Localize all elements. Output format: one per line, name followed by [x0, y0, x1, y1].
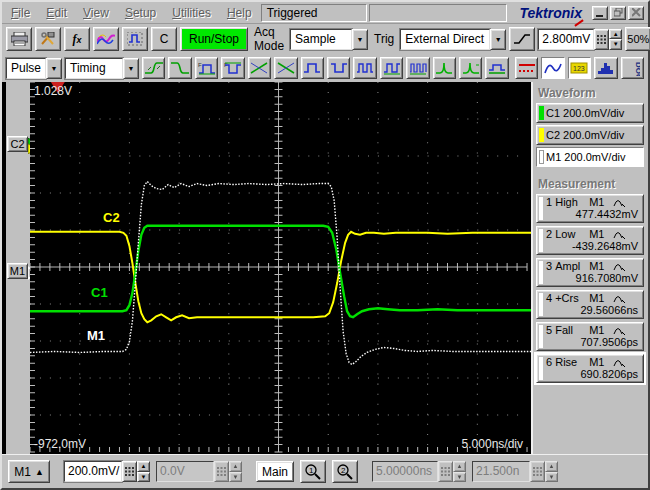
- measurement-button-pcrs[interactable]: 4 +CrsM1 29.56066ns: [536, 290, 644, 319]
- chevron-down-icon[interactable]: ▼: [123, 58, 139, 79]
- mask-test-icon[interactable]: DOC: [621, 57, 644, 79]
- chevron-down-icon[interactable]: ▼: [352, 29, 368, 50]
- print-icon[interactable]: [6, 27, 32, 51]
- measurement-button-fall[interactable]: 5 FallM1 707.9506ps: [536, 322, 644, 351]
- zoom-50-button[interactable]: 50%: [625, 27, 650, 51]
- bottom-volts-readout: -972.0mV: [34, 437, 86, 451]
- c1-color-stripe: [539, 106, 544, 120]
- measurement-button-low[interactable]: 2 LowM1 -439.2648mV: [536, 226, 644, 255]
- message-box: [369, 4, 507, 22]
- chevron-down-icon[interactable]: ▼: [490, 29, 506, 50]
- pulse-glyph-icon: [613, 229, 627, 240]
- falling-cross-icon[interactable]: [274, 57, 297, 79]
- histogram-icon[interactable]: [594, 57, 617, 79]
- menu-file[interactable]: File: [4, 4, 37, 22]
- channel-marker-c2[interactable]: C2: [7, 136, 28, 152]
- trig-source-select[interactable]: External Direct ▼: [400, 29, 506, 50]
- period-icon[interactable]: [380, 57, 403, 79]
- measurement-button-ampl[interactable]: 3 AmplM1 916.7080mV: [536, 258, 644, 287]
- rise-time-icon[interactable]: [142, 57, 165, 79]
- run-stop-button[interactable]: Run/Stop: [180, 27, 248, 51]
- trace-label-c2: C2: [103, 210, 120, 225]
- spin-down-icon: ▼: [229, 472, 242, 483]
- spin-down-icon[interactable]: ▼: [609, 39, 622, 50]
- meas-category-select[interactable]: Pulse ▼: [6, 58, 62, 79]
- spin-down-icon: ▼: [545, 472, 558, 483]
- clear-icon[interactable]: C: [151, 27, 177, 51]
- waveform-button-c1[interactable]: C1 200.0mV/div: [536, 103, 644, 123]
- cursors-icon[interactable]: [515, 57, 538, 79]
- readout-icon[interactable]: 123: [568, 57, 591, 79]
- spin-down-icon[interactable]: ▼: [137, 472, 150, 483]
- zoom1-magnifier-icon[interactable]: 1: [300, 460, 326, 483]
- waveform-button-m1[interactable]: M1 200.0mV/div: [536, 147, 644, 167]
- meas-stripe: [539, 197, 543, 220]
- rising-cross-icon[interactable]: [248, 57, 271, 79]
- minimize-button[interactable]: [592, 6, 608, 20]
- channel-select-button[interactable]: M1▲: [8, 460, 50, 483]
- menu-utilities[interactable]: Utilities: [165, 4, 218, 22]
- measurement-button-rise[interactable]: 6 RiseM1 690.8206ps: [536, 354, 644, 383]
- duty-cycle-icon[interactable]: [485, 57, 508, 79]
- formula-icon[interactable]: fx: [64, 27, 90, 51]
- waveform-display-icon[interactable]: [541, 57, 564, 79]
- app-window: File Edit View Setup Utilities Help Trig…: [0, 0, 650, 490]
- neg-pulse-icon[interactable]: [327, 57, 350, 79]
- meas-stripe: [539, 293, 543, 316]
- keypad-icon: [530, 461, 545, 482]
- vectors-icon[interactable]: [93, 27, 119, 51]
- trig-level-input[interactable]: 2.800mV: [538, 29, 594, 50]
- pulse-glyph-icon: [613, 357, 627, 368]
- waveform-button-c2[interactable]: C2 200.0mV/div: [536, 125, 644, 145]
- keypad-icon: [214, 461, 229, 482]
- side-panel: Waveform C1 200.0mV/div C2 200.0mV/div M…: [531, 82, 648, 454]
- menu-setup[interactable]: Setup: [118, 4, 163, 22]
- trace-c2: [30, 232, 531, 322]
- setup-tools-icon[interactable]: [35, 27, 61, 51]
- fall-time-icon[interactable]: [168, 57, 191, 79]
- menu-edit[interactable]: Edit: [39, 4, 74, 22]
- pulse-glyph-icon: [613, 325, 627, 336]
- cycle-area-icon[interactable]: [459, 57, 482, 79]
- acq-mode-label: Acq Mode: [251, 25, 287, 53]
- close-button[interactable]: [628, 6, 644, 20]
- waveform-panel-header: Waveform: [538, 86, 645, 100]
- pos-width-icon[interactable]: F: [195, 57, 218, 79]
- meas-subcategory-value: Timing: [65, 58, 123, 79]
- vertical-offset-input: 0.0V: [156, 461, 214, 482]
- svg-text:2: 2: [341, 466, 346, 475]
- graticule-screen: 1.028V -972.0mV 5.000ns/div C2 C1 M1: [30, 82, 531, 454]
- marker-gutter: C2 M1: [6, 82, 30, 454]
- burst-width-icon[interactable]: [353, 57, 376, 79]
- keypad-icon[interactable]: [594, 29, 609, 50]
- trig-slope-icon[interactable]: [509, 27, 535, 51]
- pulse-glyph-icon: [613, 261, 627, 272]
- measurement-button-high[interactable]: 1 HighM1 477.4432mV: [536, 194, 644, 223]
- menu-help[interactable]: Help: [220, 4, 259, 22]
- c2-color-stripe: [539, 128, 544, 142]
- measurement-panel-header: Measurement: [538, 177, 645, 191]
- pulse-display-icon[interactable]: [122, 27, 148, 51]
- channel-marker-m1[interactable]: M1: [7, 263, 28, 279]
- menu-view[interactable]: View: [76, 4, 116, 22]
- trig-label: Trig: [371, 32, 397, 46]
- main-view-button[interactable]: Main: [256, 461, 294, 482]
- vertical-scale-input[interactable]: 200.0mV/: [64, 461, 122, 482]
- acq-mode-value: Sample: [290, 29, 352, 50]
- pos-pulse-icon[interactable]: [301, 57, 324, 79]
- meas-stripe: [539, 261, 543, 284]
- chevron-down-icon[interactable]: ▼: [46, 58, 62, 79]
- trace-label-m1: M1: [87, 328, 105, 343]
- frequency-icon[interactable]: [406, 57, 429, 79]
- keypad-icon[interactable]: [122, 461, 137, 482]
- svg-text:1: 1: [309, 466, 314, 475]
- keypad-icon: [438, 461, 453, 482]
- acq-mode-select[interactable]: Sample ▼: [290, 29, 368, 50]
- restore-button[interactable]: [610, 6, 626, 20]
- neg-width-icon[interactable]: F: [221, 57, 244, 79]
- zoom2-magnifier-icon[interactable]: 2: [332, 460, 358, 483]
- meas-subcategory-select[interactable]: Timing ▼: [65, 58, 139, 79]
- spin-up-icon[interactable]: ▲: [609, 29, 622, 40]
- spin-up-icon[interactable]: ▲: [137, 461, 150, 472]
- area-icon[interactable]: [433, 57, 456, 79]
